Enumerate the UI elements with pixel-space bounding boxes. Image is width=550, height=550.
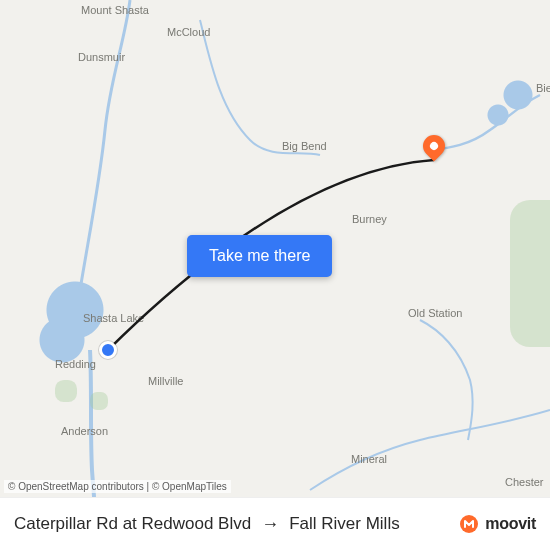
arrow-right-icon: →	[261, 514, 279, 535]
moovit-logo-icon	[459, 514, 479, 534]
take-me-there-button[interactable]: Take me there	[187, 235, 332, 277]
destination-pin[interactable]	[423, 135, 445, 157]
moovit-logo[interactable]: moovit	[459, 514, 536, 534]
forest-patch	[90, 392, 108, 410]
origin-pin[interactable]	[99, 341, 117, 359]
forest-patch	[510, 200, 550, 347]
route-footer: Caterpillar Rd at Redwood Blvd → Fall Ri…	[0, 497, 550, 550]
route-from-label: Caterpillar Rd at Redwood Blvd	[14, 514, 251, 534]
forest-patch	[55, 380, 77, 402]
attribution-osm[interactable]: © OpenStreetMap contributors	[8, 481, 144, 492]
attribution-openmaptiles[interactable]: © OpenMapTiles	[152, 481, 227, 492]
moovit-logo-text: moovit	[485, 515, 536, 533]
map-attribution: © OpenStreetMap contributors | © OpenMap…	[4, 480, 231, 493]
map[interactable]: Mount Shasta McCloud Dunsmuir Big Bend B…	[0, 0, 550, 497]
route-to-label: Fall River Mills	[289, 514, 400, 534]
